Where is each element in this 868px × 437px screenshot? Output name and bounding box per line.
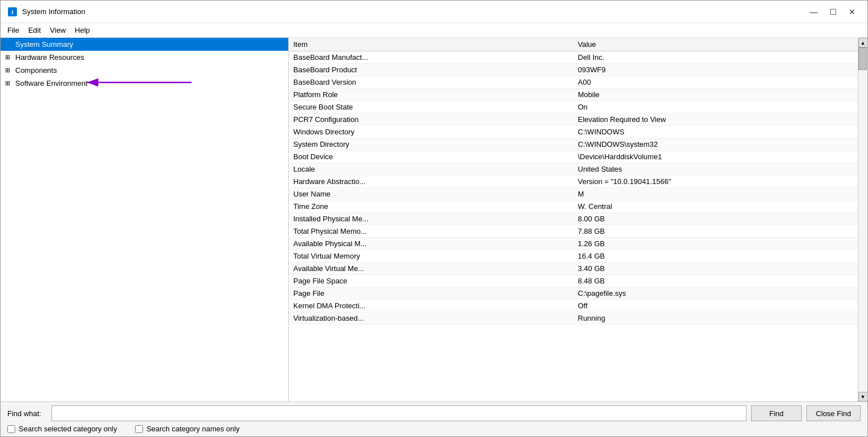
cell-value: C:\WINDOWS\system32 xyxy=(574,138,858,151)
cell-value: Running xyxy=(574,312,858,325)
cell-item: Total Physical Memo... xyxy=(289,225,574,238)
search-category-label: Search selected category only xyxy=(19,425,117,433)
menu-file[interactable]: File xyxy=(3,25,24,36)
table-row: BaseBoard Manufact...Dell Inc. xyxy=(289,51,858,64)
minimize-button[interactable]: — xyxy=(805,6,822,18)
scroll-down-button[interactable]: ▼ xyxy=(858,392,868,401)
cell-item: Secure Boot State xyxy=(289,101,574,113)
cell-item: BaseBoard Manufact... xyxy=(289,51,574,64)
title-controls: — ☐ ✕ xyxy=(805,6,861,18)
cell-item: BaseBoard Version xyxy=(289,76,574,89)
cell-item: Available Virtual Me... xyxy=(289,263,574,275)
main-with-scroll: Item Value BaseBoard Manufact...Dell Inc… xyxy=(289,38,867,401)
sidebar-item-components[interactable]: ⊞ Components xyxy=(1,64,288,77)
info-table: Item Value BaseBoard Manufact...Dell Inc… xyxy=(289,38,858,325)
cell-value: On xyxy=(574,101,858,113)
menu-view[interactable]: View xyxy=(45,25,70,36)
table-row: Installed Physical Me...8.00 GB xyxy=(289,213,858,225)
cell-item: Available Physical M... xyxy=(289,238,574,250)
data-table[interactable]: Item Value BaseBoard Manufact...Dell Inc… xyxy=(289,38,858,401)
expander-hardware-resources: ⊞ xyxy=(5,54,13,61)
maximize-button[interactable]: ☐ xyxy=(824,6,841,18)
cell-value: United States xyxy=(574,163,858,176)
cell-item: Boot Device xyxy=(289,151,574,163)
cell-item: Page File Space xyxy=(289,275,574,287)
menu-bar: File Edit View Help xyxy=(1,23,867,38)
find-label: Find what: xyxy=(7,409,47,418)
svg-text:i: i xyxy=(11,8,13,15)
table-row: Boot Device\Device\HarddiskVolume1 xyxy=(289,151,858,163)
expander-components: ⊞ xyxy=(5,67,13,74)
find-row: Find what: Find Close Find xyxy=(7,405,861,421)
menu-help[interactable]: Help xyxy=(70,25,94,36)
sidebar-item-software-environment[interactable]: ⊞ Software Environment xyxy=(1,77,288,90)
cell-value: W. Central xyxy=(574,200,858,213)
cell-item: Platform Role xyxy=(289,89,574,101)
table-row: Page FileC:\pagefile.sys xyxy=(289,287,858,300)
cell-value: C:\WINDOWS xyxy=(574,126,858,138)
table-row: Secure Boot StateOn xyxy=(289,101,858,113)
search-names-checkbox-label[interactable]: Search category names only xyxy=(135,425,240,433)
cell-item: Page File xyxy=(289,287,574,300)
scroll-up-button[interactable]: ▲ xyxy=(858,38,868,47)
cell-value: 7.88 GB xyxy=(574,225,858,238)
close-find-button[interactable]: Close Find xyxy=(806,405,861,421)
cell-item: Virtualization-based... xyxy=(289,312,574,325)
close-button[interactable]: ✕ xyxy=(844,6,861,18)
cell-item: Hardware Abstractio... xyxy=(289,176,574,188)
table-row: User NameM xyxy=(289,188,858,200)
search-names-label: Search category names only xyxy=(146,425,240,433)
cell-value: 1.26 GB xyxy=(574,238,858,250)
search-category-checkbox[interactable] xyxy=(7,425,15,433)
cell-value: 8.00 GB xyxy=(574,213,858,225)
sidebar-label-components: Components xyxy=(15,66,57,75)
cell-value: A00 xyxy=(574,76,858,89)
search-category-checkbox-label[interactable]: Search selected category only xyxy=(7,425,117,433)
table-row: Platform RoleMobile xyxy=(289,89,858,101)
table-row: Total Physical Memo...7.88 GB xyxy=(289,225,858,238)
table-row: Hardware Abstractio...Version = "10.0.19… xyxy=(289,176,858,188)
cell-item: Total Virtual Memory xyxy=(289,250,574,263)
table-row: Windows DirectoryC:\WINDOWS xyxy=(289,126,858,138)
table-row: LocaleUnited States xyxy=(289,163,858,176)
search-names-checkbox[interactable] xyxy=(135,425,143,433)
sidebar-item-hardware-resources[interactable]: ⊞ Hardware Resources xyxy=(1,51,288,64)
menu-edit[interactable]: Edit xyxy=(24,25,45,36)
cell-item: Locale xyxy=(289,163,574,176)
table-row: Kernel DMA Protecti...Off xyxy=(289,300,858,312)
cell-item: Installed Physical Me... xyxy=(289,213,574,225)
vertical-scrollbar[interactable]: ▲ ▼ xyxy=(858,38,867,401)
table-row: Available Virtual Me...3.40 GB xyxy=(289,263,858,275)
table-row: BaseBoard VersionA00 xyxy=(289,76,858,89)
title-bar-left: i System Information xyxy=(7,7,85,17)
scroll-thumb[interactable] xyxy=(858,47,867,70)
table-row: Total Virtual Memory16.4 GB xyxy=(289,250,858,263)
checkbox-row: Search selected category only Search cat… xyxy=(7,425,861,433)
cell-item: User Name xyxy=(289,188,574,200)
sidebar-label-software-environment: Software Environment xyxy=(15,79,88,88)
find-button[interactable]: Find xyxy=(751,405,802,421)
sidebar: System Summary ⊞ Hardware Resources ⊞ Co… xyxy=(1,38,289,401)
table-row: System DirectoryC:\WINDOWS\system32 xyxy=(289,138,858,151)
table-row: Time ZoneW. Central xyxy=(289,200,858,213)
sidebar-label-system-summary: System Summary xyxy=(15,40,73,49)
app-icon: i xyxy=(7,7,18,17)
expander-software-environment: ⊞ xyxy=(5,80,13,87)
col-value: Value xyxy=(574,38,858,51)
cell-item: Windows Directory xyxy=(289,126,574,138)
cell-item: System Directory xyxy=(289,138,574,151)
sidebar-label-hardware-resources: Hardware Resources xyxy=(15,53,84,62)
find-input[interactable] xyxy=(51,405,747,421)
cell-value: 16.4 GB xyxy=(574,250,858,263)
cell-value: 093WF9 xyxy=(574,64,858,76)
table-row: PCR7 ConfigurationElevation Required to … xyxy=(289,113,858,126)
main-panel: Item Value BaseBoard Manufact...Dell Inc… xyxy=(289,38,867,401)
cell-value: Dell Inc. xyxy=(574,51,858,64)
cell-value: Off xyxy=(574,300,858,312)
sidebar-item-system-summary[interactable]: System Summary xyxy=(1,38,288,51)
scroll-track[interactable] xyxy=(858,47,868,392)
cell-item: Time Zone xyxy=(289,200,574,213)
table-row: Virtualization-based...Running xyxy=(289,312,858,325)
main-window: i System Information — ☐ ✕ File Edit Vie… xyxy=(0,0,868,437)
window-title: System Information xyxy=(22,7,85,16)
